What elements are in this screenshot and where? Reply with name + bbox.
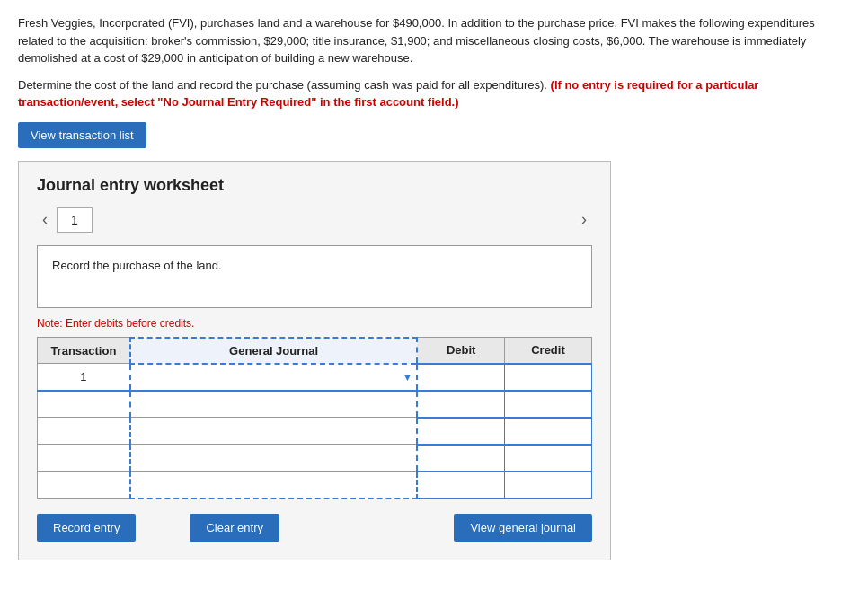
col-header-transaction: Transaction [38,338,130,364]
debit-input-3[interactable] [421,420,500,442]
general-journal-input-4[interactable] [135,446,413,469]
credit-input-3[interactable] [509,420,588,442]
credit-cell-1[interactable] [504,364,591,391]
col-header-credit: Credit [504,338,591,364]
nav-right-arrow[interactable]: › [576,208,592,231]
worksheet-container: Journal entry worksheet ‹ 1 › Record the… [18,161,611,560]
transaction-cell [38,445,130,472]
general-journal-input-2[interactable] [135,393,413,416]
debit-input-4[interactable] [421,447,500,469]
general-journal-cell[interactable] [130,418,418,445]
general-journal-cell[interactable] [130,472,418,499]
view-transaction-button[interactable]: View transaction list [18,122,146,148]
problem-paragraph2: Determine the cost of the land and recor… [18,76,845,111]
credit-cell-4[interactable] [504,445,591,472]
credit-input-1[interactable] [509,366,588,388]
col-header-debit: Debit [417,338,504,364]
credit-input-2[interactable] [509,393,588,415]
credit-cell-3[interactable] [504,418,591,445]
general-journal-cell[interactable] [130,391,418,418]
debit-input-2[interactable] [421,393,500,415]
transaction-cell [38,391,130,418]
general-journal-cell[interactable] [130,445,418,472]
instruction-box: Record the purchase of the land. [37,245,592,308]
debit-input-1[interactable] [421,366,500,388]
nav-number: 1 [71,213,78,227]
credit-cell-2[interactable] [504,391,591,418]
dropdown-icon[interactable]: ▼ [403,371,413,384]
journal-table: Transaction General Journal Debit Credit… [37,337,592,499]
nav-row: ‹ 1 › [37,207,592,233]
credit-input-5[interactable] [509,474,588,497]
credit-input-4[interactable] [509,447,588,469]
debit-cell-1[interactable] [417,364,504,391]
nav-number-box: 1 [57,207,93,233]
table-row [38,472,592,499]
debit-cell-4[interactable] [417,445,504,472]
table-header-row: Transaction General Journal Debit Credit [38,338,592,364]
table-row: 1 ▼ [38,364,592,391]
debit-cell-5[interactable] [417,472,504,499]
debit-cell-3[interactable] [417,418,504,445]
paragraph2-plain: Determine the cost of the land and recor… [18,78,551,92]
general-journal-input-3[interactable] [135,419,413,442]
credit-cell-5[interactable] [504,472,591,499]
transaction-cell [38,472,130,499]
record-entry-button[interactable]: Record entry [37,514,136,542]
debit-input-5[interactable] [421,474,500,497]
transaction-cell: 1 [38,364,130,391]
clear-entry-button[interactable]: Clear entry [190,514,279,542]
general-journal-cell[interactable]: ▼ [130,364,418,391]
view-general-journal-button[interactable]: View general journal [454,514,592,542]
transaction-cell [38,418,130,445]
problem-paragraph1: Fresh Veggies, Incorporated (FVI), purch… [18,14,845,67]
col-header-general-journal: General Journal [130,338,418,364]
table-row [38,418,592,445]
nav-left-arrow[interactable]: ‹ [37,208,53,231]
button-row: Record entry Clear entry View general jo… [37,514,592,542]
general-journal-input-1[interactable] [135,366,413,388]
note-text: Note: Enter debits before credits. [37,317,592,330]
worksheet-title: Journal entry worksheet [37,176,592,195]
table-row [38,445,592,472]
instruction-text: Record the purchase of the land. [52,259,222,272]
table-row [38,391,592,418]
debit-cell-2[interactable] [417,391,504,418]
general-journal-input-5[interactable] [135,473,413,496]
